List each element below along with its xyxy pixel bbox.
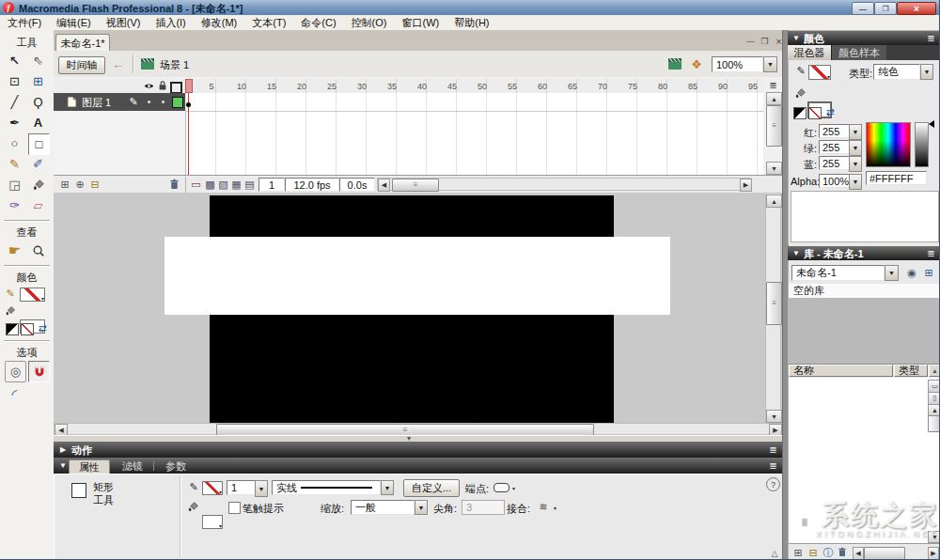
mixer-stroke-color-swatch[interactable]: ▾ <box>808 65 831 80</box>
stroke-hinting-checkbox[interactable] <box>228 502 241 514</box>
join-style-dropdown-icon[interactable]: ▾ <box>551 504 559 511</box>
green-dropdown-icon[interactable]: ▼ <box>849 140 862 156</box>
properties-panel-menu-icon[interactable]: ≣ <box>766 459 780 472</box>
oval-tool[interactable]: ○ <box>5 133 24 153</box>
add-motion-guide-button[interactable]: ⊕ <box>73 178 86 191</box>
scale-dropdown-icon[interactable]: ▼ <box>415 500 428 515</box>
blue-input[interactable]: 255 <box>819 156 852 170</box>
library-panel-header[interactable]: ▼ 库 - 未命名-1 ≣ <box>788 246 940 260</box>
menu-item-8[interactable]: 窗口(W) <box>395 15 447 30</box>
gradient-transform-tool[interactable]: ⊞ <box>28 71 48 91</box>
edit-symbols-button[interactable]: ❖ <box>689 56 704 71</box>
toolbox-stroke-color-swatch[interactable]: ▾ <box>20 288 45 302</box>
library-narrow-state-button[interactable]: ▯ <box>928 392 940 405</box>
layer-row[interactable]: 图层 1 ✎ • • <box>54 93 185 111</box>
color-spectrum-picker[interactable] <box>866 122 911 167</box>
delete-item-button[interactable] <box>837 546 848 558</box>
swap-colors-button[interactable]: ⇄ <box>823 105 837 118</box>
miter-input[interactable]: 3 <box>462 500 505 515</box>
free-transform-tool[interactable]: ⊡ <box>5 71 24 91</box>
minimize-button[interactable]: — <box>852 2 874 15</box>
restore-button[interactable]: ❐ <box>874 2 897 15</box>
library-sort-toggle[interactable]: ▲ <box>929 365 940 377</box>
stroke-height-dropdown[interactable]: ▼ <box>255 480 268 497</box>
pen-tool[interactable]: ✒ <box>5 113 24 132</box>
current-frame-field[interactable]: 1 <box>258 178 285 192</box>
document-tab[interactable]: 未命名-1* <box>55 34 110 52</box>
zoom-dropdown-icon[interactable]: ▼ <box>763 56 777 72</box>
blue-dropdown-icon[interactable]: ▼ <box>849 156 862 172</box>
library-type-column-header[interactable]: 类型 <box>894 365 928 377</box>
actions-expand-icon[interactable]: ▶ <box>57 443 69 455</box>
library-h-scroll-left[interactable]: ◀ <box>853 547 864 560</box>
edit-multiple-frames-button[interactable]: ▦ <box>230 178 243 191</box>
brightness-slider[interactable] <box>915 122 929 167</box>
menu-item-1[interactable]: 编辑(E) <box>49 15 99 30</box>
library-document-dropdown-icon[interactable]: ▼ <box>885 265 899 281</box>
green-input[interactable]: 255 <box>819 140 852 154</box>
alpha-input[interactable]: 100% <box>819 174 852 188</box>
menu-item-5[interactable]: 文本(T) <box>244 15 293 30</box>
stroke-style-dropdown-icon[interactable]: ▼ <box>381 480 394 495</box>
red-input[interactable]: 255 <box>819 124 852 138</box>
fill-color-swatch[interactable]: ▾ <box>202 515 223 529</box>
no-color-button[interactable] <box>808 107 822 119</box>
stage-pasteboard[interactable] <box>54 193 782 423</box>
alpha-dropdown-icon[interactable]: ▼ <box>849 174 862 190</box>
delete-layer-button[interactable] <box>168 178 180 191</box>
playhead-frame-cell[interactable] <box>185 79 193 93</box>
stage-v-scroll-thumb[interactable]: ≡ <box>766 282 782 325</box>
no-color-button[interactable] <box>21 323 34 335</box>
timeline-scroll-down[interactable]: ▼ <box>766 162 782 175</box>
new-symbol-button[interactable]: ⊞ <box>791 546 805 559</box>
menu-item-9[interactable]: 帮助(H) <box>446 15 496 30</box>
line-tool[interactable]: ╱ <box>5 92 24 112</box>
hand-tool[interactable]: ☛ <box>5 241 24 260</box>
new-library-panel-icon[interactable]: ⊞ <box>922 266 935 279</box>
insert-layer-folder-button[interactable]: ⊟ <box>88 178 102 191</box>
stroke-color-swatch[interactable]: ▾ <box>202 481 223 495</box>
library-document-select[interactable]: 未命名-1 ▼ <box>791 265 899 281</box>
keyframe-dot[interactable] <box>186 102 191 107</box>
red-dropdown-icon[interactable]: ▼ <box>849 124 862 140</box>
tab-filters[interactable]: 滤镜 <box>114 459 151 474</box>
panel-minimize-icon[interactable]: — <box>744 36 757 47</box>
stage-v-scroll-down[interactable]: ▼ <box>766 410 782 423</box>
center-frame-button[interactable]: ▭ <box>190 178 202 191</box>
library-name-column-header[interactable]: 名称 <box>789 365 893 377</box>
library-h-scroll-right[interactable]: ▶ <box>928 547 939 560</box>
tab-parameters[interactable]: 参数 <box>157 459 195 474</box>
tab-color-swatches[interactable]: 颜色样本 <box>832 45 886 60</box>
menu-item-3[interactable]: 插入(I) <box>148 15 193 30</box>
menu-item-7[interactable]: 控制(O) <box>344 15 395 30</box>
stroke-style-select[interactable]: 实线 ▼ <box>272 480 394 495</box>
snap-to-objects-toggle[interactable] <box>28 361 50 382</box>
cap-style-dropdown-icon[interactable]: ▾ <box>509 484 518 491</box>
lock-unlock-all-layers-icon[interactable] <box>157 80 168 91</box>
selection-tool[interactable]: ↖ <box>5 51 24 70</box>
timeline-panel-menu-icon[interactable]: ≣ <box>766 79 780 91</box>
timeline-h-scroll-thumb[interactable]: ≡ <box>392 179 439 192</box>
actions-panel-menu-icon[interactable]: ≣ <box>766 443 780 456</box>
scene-name[interactable]: 场景 1 <box>160 58 189 72</box>
custom-stroke-button[interactable]: 自定义... <box>403 479 460 497</box>
library-item-list[interactable] <box>789 378 940 543</box>
ink-bottle-tool[interactable]: ◲ <box>5 175 24 194</box>
zoom-tool[interactable] <box>28 241 48 260</box>
close-button[interactable]: × <box>897 2 936 15</box>
timeline-scroll-thumb[interactable]: ≡ <box>766 105 782 147</box>
join-style-icon[interactable]: ≋ <box>537 500 550 513</box>
library-panel-collapse-icon[interactable]: ▼ <box>791 247 802 258</box>
color-panel-menu-icon[interactable]: ≣ <box>924 32 938 44</box>
actions-panel-bar[interactable]: ▶ 动作 ≣ <box>54 442 786 458</box>
drawn-rectangle-shape[interactable] <box>164 237 670 315</box>
library-wide-state-button[interactable]: ▭ <box>928 380 940 393</box>
menu-item-0[interactable]: 文件(F) <box>0 15 49 30</box>
onion-skin-outlines-button[interactable]: ▧ <box>217 178 229 191</box>
library-panel-menu-icon[interactable]: ≣ <box>924 247 938 259</box>
insert-layer-button[interactable]: ⊞ <box>58 178 71 191</box>
eraser-tool[interactable]: ▱ <box>28 195 48 215</box>
eyedropper-tool[interactable]: ✑ <box>5 195 24 215</box>
stage-v-scroll-up[interactable]: ▲ <box>766 194 782 208</box>
tab-properties[interactable]: 属性 <box>69 459 110 474</box>
